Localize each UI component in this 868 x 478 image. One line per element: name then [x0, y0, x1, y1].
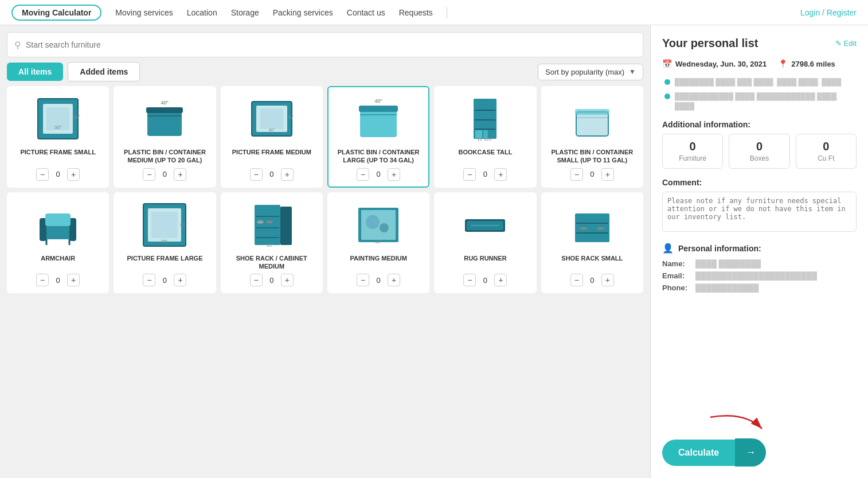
- increment-button[interactable]: +: [281, 168, 294, 181]
- edit-button[interactable]: ✎ Edit: [835, 39, 857, 48]
- decrement-button[interactable]: −: [570, 168, 583, 181]
- item-card[interactable]: 12"x26" BOOKCASE TALL − 0 +: [434, 86, 536, 188]
- increment-button[interactable]: +: [281, 274, 294, 286]
- info-row: 📅 Wednesday, Jun. 30, 2021 📍 2798.6 mile…: [662, 59, 857, 68]
- decrement-button[interactable]: −: [463, 168, 476, 181]
- item-image: [548, 199, 636, 251]
- item-name: PLASTIC BIN / CONTAINER LARGE (UP TO 34 …: [334, 148, 423, 165]
- stat-box: 0Boxes: [729, 134, 789, 169]
- item-card[interactable]: ARMCHAIR − 0 +: [7, 192, 109, 294]
- increment-button[interactable]: +: [601, 274, 614, 286]
- item-name: PLASTIC BIN / CONTAINER SMALL (UP TO 11 …: [548, 148, 636, 165]
- item-name: PAINTING MEDIUM: [350, 254, 406, 270]
- decrement-button[interactable]: −: [250, 274, 263, 286]
- increment-button[interactable]: +: [174, 168, 186, 181]
- main-layout: ⚲ All items Added items Sort by populari…: [0, 25, 868, 478]
- left-panel: ⚲ All items Added items Sort by populari…: [0, 25, 650, 478]
- decrement-button[interactable]: −: [143, 168, 155, 181]
- stat-box: 0Furniture: [662, 134, 723, 169]
- increment-button[interactable]: +: [601, 168, 614, 181]
- personal-section: 👤 Personal information: Name: ████ █████…: [662, 243, 857, 292]
- nav-location[interactable]: Location: [187, 8, 217, 17]
- increment-button[interactable]: +: [174, 274, 186, 286]
- tabs-row: All items Added items Sort by popularity…: [0, 62, 650, 86]
- item-card[interactable]: 65" SHOE RACK / CABINET MEDIUM − 0 +: [221, 192, 323, 294]
- increment-button[interactable]: +: [494, 168, 507, 181]
- counter-value: 0: [160, 170, 169, 178]
- item-name: SHOE RACK SMALL: [561, 254, 623, 270]
- navbar: Moving Calculator Moving services Locati…: [0, 0, 868, 25]
- item-card[interactable]: 65" 65" PICTURE FRAME LARGE − 0 +: [114, 192, 216, 294]
- increment-button[interactable]: +: [67, 274, 80, 286]
- counter-value: 0: [267, 276, 276, 285]
- decrement-button[interactable]: −: [570, 274, 583, 286]
- item-image: 65" 65": [120, 199, 209, 251]
- comment-textarea[interactable]: [662, 192, 857, 232]
- calculate-button[interactable]: Calculate: [662, 440, 735, 466]
- increment-button[interactable]: +: [388, 274, 400, 286]
- decrement-button[interactable]: −: [357, 168, 369, 181]
- decrement-button[interactable]: −: [463, 274, 476, 286]
- item-card[interactable]: 40" PLASTIC BIN / CONTAINER MEDIUM (UP T…: [114, 86, 216, 188]
- item-card[interactable]: 40" PLASTIC BIN / CONTAINER LARGE (UP TO…: [327, 86, 429, 188]
- svg-rect-39: [255, 205, 280, 245]
- svg-rect-15: [359, 106, 398, 112]
- nav-requests[interactable]: Requests: [399, 8, 433, 17]
- item-card[interactable]: 30" 30" PICTURE FRAME SMALL − 0 +: [7, 86, 109, 188]
- item-counter: − 0 +: [143, 274, 186, 286]
- svg-rect-6: [146, 107, 183, 113]
- search-bar: ⚲: [7, 32, 643, 57]
- item-image: [548, 93, 636, 145]
- item-card[interactable]: 40" 40" PICTURE FRAME MEDIUM − 0 +: [221, 86, 323, 188]
- svg-text:30": 30": [54, 125, 62, 130]
- decrement-button[interactable]: −: [143, 274, 155, 286]
- address-text-1: ████████ ████ ███ ████, ████ ████, ████: [675, 77, 841, 87]
- email-value: ███████████████████████: [695, 271, 817, 280]
- item-name: SHOE RACK / CABINET MEDIUM: [228, 254, 316, 271]
- item-name: BOOKCASE TALL: [459, 148, 513, 164]
- decrement-button[interactable]: −: [36, 168, 49, 181]
- item-card[interactable]: RUG RUNNER − 0 +: [434, 192, 536, 294]
- calculate-section: Calculate →: [662, 438, 857, 467]
- item-card[interactable]: SHOE RACK SMALL − 0 +: [541, 192, 643, 294]
- nav-moving-services[interactable]: Moving services: [115, 8, 173, 17]
- svg-text:65": 65": [181, 222, 187, 227]
- person-icon: 👤: [662, 243, 674, 254]
- increment-button[interactable]: +: [67, 168, 80, 181]
- tab-all-items[interactable]: All items: [7, 63, 63, 81]
- nav-login-btn[interactable]: Login / Register: [800, 8, 857, 17]
- sort-label: Sort by popularity (max): [545, 68, 624, 76]
- personal-email-field: Email: ███████████████████████: [662, 271, 857, 280]
- counter-value: 0: [374, 170, 383, 178]
- decrement-button[interactable]: −: [250, 168, 263, 181]
- svg-text:12"x26": 12"x26": [478, 137, 494, 142]
- nav-calculator-btn[interactable]: Moving Calculator: [11, 5, 101, 21]
- item-card[interactable]: 40" PAINTING MEDIUM − 0 +: [327, 192, 429, 294]
- decrement-button[interactable]: −: [357, 274, 369, 286]
- item-counter: − 0 +: [250, 168, 294, 181]
- personal-title-row: 👤 Personal information:: [662, 243, 857, 254]
- item-image: 30" 30": [14, 93, 102, 145]
- increment-button[interactable]: +: [494, 274, 507, 286]
- items-grid: 30" 30" PICTURE FRAME SMALL − 0 + 40" PL…: [7, 86, 643, 293]
- tab-added-items[interactable]: Added items: [68, 62, 140, 81]
- increment-button[interactable]: +: [388, 168, 400, 181]
- svg-point-58: [580, 227, 588, 230]
- calculate-arrow-button[interactable]: →: [735, 438, 766, 467]
- sort-dropdown[interactable]: Sort by popularity (max) ▼: [538, 64, 643, 80]
- item-card[interactable]: PLASTIC BIN / CONTAINER SMALL (UP TO 11 …: [541, 86, 643, 188]
- search-input[interactable]: [26, 40, 636, 49]
- personal-name-field: Name: ████ ████████: [662, 259, 857, 268]
- svg-rect-5: [147, 110, 182, 136]
- item-image: 12"x26": [441, 93, 529, 145]
- svg-rect-40: [280, 207, 292, 245]
- decrement-button[interactable]: −: [36, 274, 49, 286]
- counter-value: 0: [374, 276, 383, 285]
- nav-storage[interactable]: Storage: [231, 8, 259, 17]
- info-distance: 📍 2798.6 miles: [778, 59, 835, 68]
- svg-text:40": 40": [375, 98, 382, 104]
- nav-packing-services[interactable]: Packing services: [273, 8, 333, 17]
- personal-phone-field: Phone: ████████████: [662, 283, 857, 292]
- nav-contact-us[interactable]: Contact us: [347, 8, 385, 17]
- item-image: 65": [228, 199, 316, 251]
